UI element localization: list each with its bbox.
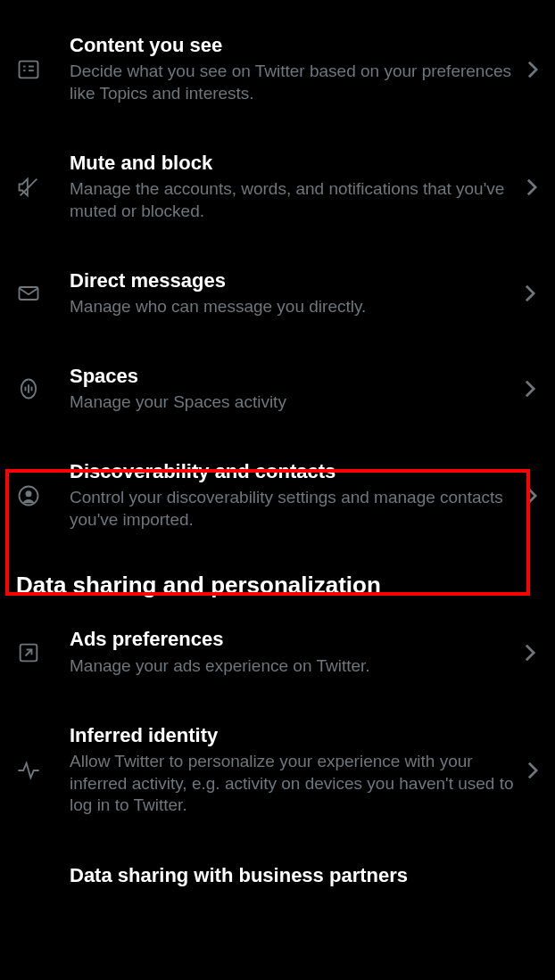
- mute-icon: [16, 175, 52, 200]
- row-data-sharing-partners[interactable]: Data sharing with business partners: [0, 840, 555, 888]
- row-text: Ads preferences Manage your ads experien…: [52, 628, 521, 677]
- settings-list: Content you see Decide what you see on T…: [0, 0, 555, 888]
- row-text: Mute and block Manage the accounts, word…: [52, 152, 525, 223]
- row-desc: Allow Twitter to personalize your experi…: [70, 751, 518, 817]
- svg-point-12: [26, 490, 32, 497]
- chevron-right-icon: [526, 60, 539, 79]
- activity-icon: [16, 758, 52, 783]
- row-title: Mute and block: [70, 152, 516, 175]
- svg-line-5: [21, 178, 37, 195]
- svg-rect-6: [20, 287, 38, 300]
- row-title: Spaces: [70, 365, 512, 388]
- row-desc: Manage your Spaces activity: [70, 391, 512, 414]
- row-text: Direct messages Manage who can message y…: [52, 269, 521, 318]
- chevron-right-icon: [525, 177, 539, 197]
- content-icon: [16, 57, 52, 82]
- row-desc: Manage your ads experience on Twitter.: [70, 655, 512, 678]
- chevron-right-icon: [526, 761, 539, 780]
- row-title: Direct messages: [70, 269, 512, 292]
- svg-rect-0: [20, 62, 38, 78]
- envelope-icon: [16, 281, 52, 306]
- row-title: Content you see: [70, 34, 518, 57]
- row-title: Inferred identity: [70, 724, 518, 747]
- row-title: Discoverability and contacts: [70, 460, 516, 483]
- row-title: Ads preferences: [70, 628, 512, 651]
- row-desc: Manage the accounts, words, and notifica…: [70, 178, 516, 222]
- person-circle-icon: [16, 483, 52, 508]
- chevron-right-icon: [525, 486, 539, 506]
- row-text: Discoverability and contacts Control you…: [52, 460, 525, 531]
- row-mute-and-block[interactable]: Mute and block Manage the accounts, word…: [0, 128, 555, 246]
- chevron-right-icon: [521, 643, 539, 663]
- spaces-icon: [16, 376, 52, 401]
- row-direct-messages[interactable]: Direct messages Manage who can message y…: [0, 246, 555, 342]
- row-text: Data sharing with business partners: [52, 864, 539, 887]
- chevron-right-icon: [521, 379, 539, 399]
- row-title: Data sharing with business partners: [70, 864, 530, 887]
- row-desc: Manage who can message you directly.: [70, 296, 512, 318]
- section-header-data-sharing: Data sharing and personalization: [0, 554, 555, 605]
- row-inferred-identity[interactable]: Inferred identity Allow Twitter to perso…: [0, 701, 555, 840]
- row-text: Inferred identity Allow Twitter to perso…: [52, 724, 526, 817]
- svg-line-14: [26, 649, 32, 655]
- row-spaces[interactable]: Spaces Manage your Spaces activity: [0, 342, 555, 437]
- row-content-you-see[interactable]: Content you see Decide what you see on T…: [0, 11, 555, 128]
- row-text: Content you see Decide what you see on T…: [52, 34, 526, 105]
- row-text: Spaces Manage your Spaces activity: [52, 365, 521, 414]
- row-desc: Control your discoverability settings an…: [70, 487, 516, 531]
- row-desc: Decide what you see on Twitter based on …: [70, 61, 518, 104]
- row-ads-preferences[interactable]: Ads preferences Manage your ads experien…: [0, 605, 555, 700]
- row-discoverability-and-contacts[interactable]: Discoverability and contacts Control you…: [0, 437, 555, 555]
- external-icon: [16, 640, 52, 665]
- chevron-right-icon: [521, 284, 539, 303]
